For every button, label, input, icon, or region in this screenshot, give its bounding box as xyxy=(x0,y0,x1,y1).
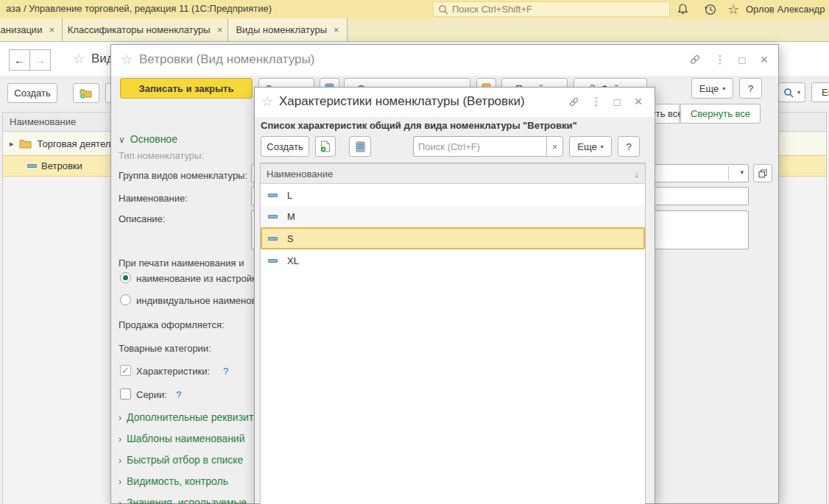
window-menu-icon[interactable]: ⋮ xyxy=(588,93,604,110)
tab-close-icon[interactable]: × xyxy=(334,24,339,35)
create-characteristic-button[interactable]: Создать xyxy=(261,136,309,157)
characteristics-more-button[interactable]: Еще▾ xyxy=(569,136,612,157)
favorite-star-icon[interactable]: ☆ xyxy=(73,52,85,65)
search-icon xyxy=(438,4,448,15)
favorite-star-icon[interactable]: ☆ xyxy=(121,53,133,66)
screen: аза / Управление торговлей, редакция 11 … xyxy=(0,0,829,504)
folder-icon xyxy=(19,138,32,149)
chevron-collapsed-icon: › xyxy=(119,477,121,487)
arrow-left-icon: ← xyxy=(14,54,25,66)
characteristics-help-button[interactable]: ? xyxy=(618,136,640,157)
clear-search-button[interactable]: × xyxy=(546,136,563,157)
document-plus-icon xyxy=(320,141,331,152)
save-and-close-button[interactable]: Записать и закрыть xyxy=(120,78,253,99)
chevron-collapsed-icon: › xyxy=(119,434,121,444)
tab-organizations[interactable]: анизации × xyxy=(0,18,63,41)
collapse-all-button[interactable]: Свернуть все xyxy=(680,104,761,124)
combo-divider xyxy=(728,166,729,180)
dialog-more-button[interactable]: Еще▾ xyxy=(691,78,733,99)
copy-link-icon[interactable] xyxy=(565,93,582,110)
folder-plus-icon xyxy=(80,88,93,99)
chevron-down-icon: ▾ xyxy=(722,85,725,92)
help-link[interactable]: ? xyxy=(223,366,228,377)
favorite-star-icon[interactable]: ☆ xyxy=(261,95,273,108)
section-main[interactable]: ∨Основное xyxy=(119,133,177,145)
maximize-icon[interactable]: □ xyxy=(734,52,750,68)
name-label: Наименование: xyxy=(119,193,188,204)
checkbox-series[interactable] xyxy=(120,388,131,400)
radio-name-from-settings[interactable] xyxy=(120,272,131,283)
section-name-templates[interactable]: ›Шаблоны наименований xyxy=(119,433,245,444)
table-row[interactable]: XL xyxy=(261,250,645,271)
create-by-copy-button[interactable] xyxy=(315,136,336,157)
table-row[interactable]: M xyxy=(261,206,645,227)
print-name-label: При печати наименования и xyxy=(119,258,244,269)
group-label: Группа видов номенклатуры: xyxy=(119,170,247,181)
window-menu-icon[interactable]: ⋮ xyxy=(712,52,728,68)
tab-close-icon[interactable]: × xyxy=(49,24,54,35)
copy-link-icon[interactable] xyxy=(687,52,703,68)
sale-label: Продажа оформляется: xyxy=(119,319,225,330)
categories-label: Товарные категории: xyxy=(119,343,211,354)
element-marker-icon xyxy=(268,237,278,241)
tab-nomenclature-kinds[interactable]: Виды номенклатуры × xyxy=(228,18,348,41)
list-search-button[interactable]: ▾ xyxy=(778,82,805,102)
open-group-button[interactable] xyxy=(753,164,772,182)
radio-label[interactable]: наименование из настройки xyxy=(136,273,261,284)
checkbox-characteristics[interactable] xyxy=(120,365,131,376)
row-label: S xyxy=(287,233,294,244)
notifications-bell-icon[interactable] xyxy=(674,1,691,17)
checkbox-label[interactable]: Серии: xyxy=(136,389,167,400)
nav-back-button[interactable]: ← xyxy=(9,49,30,71)
characteristics-table: Наименование ↓ L M S XL xyxy=(260,163,646,504)
table-row[interactable]: L xyxy=(261,185,645,206)
dialog-title: Характеристики номенклатуры (Ветровки) xyxy=(279,94,525,109)
tab-close-icon[interactable]: × xyxy=(217,24,223,35)
window-tabbar: анизации × Классификаторы номенклатуры ×… xyxy=(0,18,829,42)
row-label: XL xyxy=(287,255,299,266)
create-group-button[interactable] xyxy=(73,83,99,103)
close-icon[interactable]: × xyxy=(756,52,772,68)
radio-individual-name[interactable] xyxy=(120,294,131,305)
table-row-selected[interactable]: S xyxy=(261,227,645,249)
open-in-window-icon xyxy=(758,169,767,178)
maximize-icon[interactable]: □ xyxy=(609,93,625,110)
row-label: Ветровки xyxy=(41,160,82,171)
nav-forward-button[interactable]: → xyxy=(29,49,51,71)
tab-classifiers[interactable]: Классификаторы номенклатуры × xyxy=(63,18,228,41)
table-column-header[interactable]: Наименование ↓ xyxy=(261,163,645,184)
help-link[interactable]: ? xyxy=(176,389,181,400)
characteristics-search-box[interactable] xyxy=(413,136,547,157)
history-icon[interactable] xyxy=(702,1,719,17)
list-icon xyxy=(356,141,365,152)
dialog-title: Ветровки (Вид номенклатуры) xyxy=(139,52,314,67)
global-search-input[interactable] xyxy=(452,4,665,15)
row-label: M xyxy=(287,211,295,222)
checkbox-label[interactable]: Характеристики: xyxy=(136,366,210,377)
expand-triangle-icon[interactable]: ▸ xyxy=(10,139,14,149)
element-marker-icon xyxy=(268,259,278,263)
section-default-values[interactable]: ›Значения, используемые xyxy=(119,497,247,504)
chevron-collapsed-icon: › xyxy=(119,455,121,466)
sort-descending-icon: ↓ xyxy=(635,168,640,180)
favorites-star-icon[interactable]: ☆ xyxy=(725,1,741,17)
dialog-characteristics: ☆ Характеристики номенклатуры (Ветровки)… xyxy=(254,87,655,504)
current-user[interactable]: Орлов Александр Вла xyxy=(746,4,828,15)
close-icon[interactable]: × xyxy=(630,93,646,110)
characteristics-search-input[interactable] xyxy=(414,137,546,156)
section-visibility-control[interactable]: ›Видимость, контроль xyxy=(119,475,228,487)
section-quick-filter[interactable]: ›Быстрый отбор в списке xyxy=(119,454,243,466)
dialog-help-button[interactable]: ? xyxy=(739,78,762,99)
chevron-expanded-icon: ∨ xyxy=(119,135,125,145)
create-button[interactable]: Создать xyxy=(7,83,57,103)
list-more-button[interactable]: Еще xyxy=(811,82,829,102)
element-marker-icon xyxy=(27,164,37,168)
chevron-down-icon[interactable]: ▾ xyxy=(740,168,744,176)
element-marker-icon xyxy=(268,194,278,197)
global-search-box[interactable] xyxy=(433,1,670,17)
search-icon xyxy=(783,88,794,98)
app-titlebar: аза / Управление торговлей, редакция 11 … xyxy=(0,0,829,18)
list-settings-button[interactable] xyxy=(349,136,371,157)
element-marker-icon xyxy=(268,215,278,219)
section-additional-attributes[interactable]: ›Дополнительные реквизиты xyxy=(119,411,261,423)
